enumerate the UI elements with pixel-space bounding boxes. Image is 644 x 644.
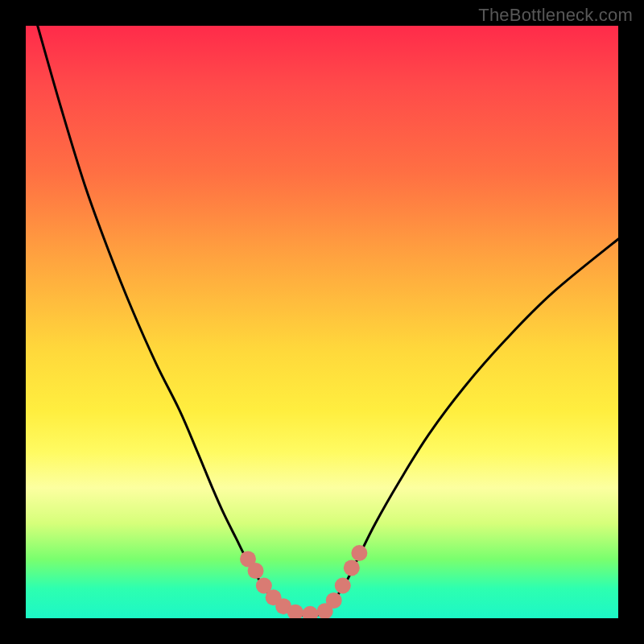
highlight-marker xyxy=(326,592,342,609)
highlight-marker xyxy=(351,545,367,561)
highlight-marker xyxy=(335,578,351,594)
curve-group xyxy=(38,26,618,616)
highlight-marker xyxy=(248,563,264,579)
watermark-text: TheBottleneck.com xyxy=(478,5,633,26)
chart-frame: TheBottleneck.com xyxy=(0,0,644,644)
curve-svg xyxy=(26,26,618,618)
highlight-marker xyxy=(344,559,360,576)
bottleneck-curve xyxy=(38,26,618,616)
plot-area xyxy=(26,26,618,618)
highlight-marker xyxy=(302,606,318,618)
marker-group xyxy=(240,545,367,618)
